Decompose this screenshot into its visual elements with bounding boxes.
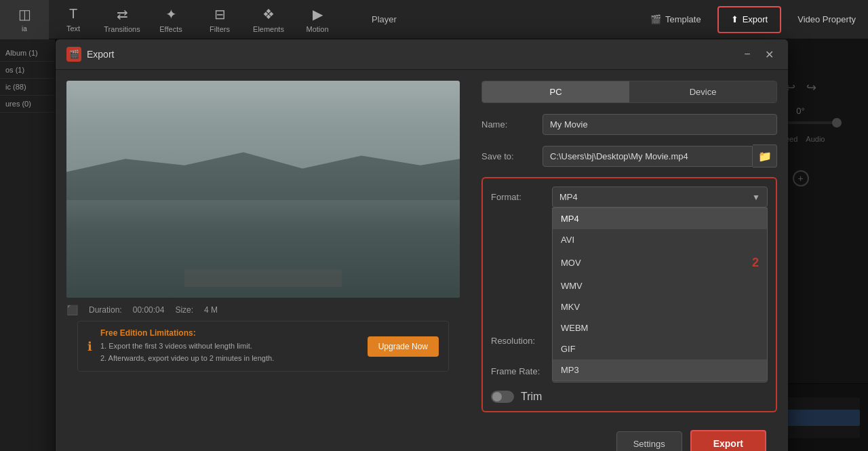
toolbar-item-filters[interactable]: ⊟ Filters — [195, 0, 244, 39]
dropdown-item-webm[interactable]: WEBM — [553, 317, 767, 338]
elements-icon: ❖ — [262, 6, 275, 22]
format-select-wrapper: MP4 ▼ MP4 AVI MOV 2 — [552, 187, 768, 208]
number-badge: 2 — [752, 256, 759, 270]
export-icon: ⬆ — [731, 14, 738, 24]
sidebar-item-os[interactable]: os (1) — [0, 62, 55, 79]
transitions-label: Transitions — [104, 25, 140, 33]
motion-icon: ▶ — [313, 6, 323, 22]
dialog-title: Export — [87, 49, 739, 60]
video-placeholder — [66, 81, 460, 298]
toggle-knob — [492, 392, 502, 401]
format-row: Format: MP4 ▼ MP4 AVI — [491, 187, 768, 208]
video-info: ⬛ Duration: 00:00:04 Size: 4 M — [66, 305, 460, 315]
saveto-row: Save to: 📁 — [481, 144, 777, 168]
export-main-button[interactable]: Export — [690, 430, 766, 451]
toolbar-item-effects[interactable]: ✦ Effects — [146, 0, 195, 39]
dropdown-item-mkv[interactable]: MKV — [553, 296, 767, 317]
dialog-icon: 🎬 — [66, 47, 81, 62]
info-bar-text-block: Free Edition Limitations: 1. Export the … — [100, 328, 274, 364]
export-top-button[interactable]: ⬆ Export — [717, 6, 782, 33]
template-icon: 🎬 — [650, 14, 661, 24]
dialog-body: ⬛ Duration: 00:00:04 Size: 4 M ℹ Free Ed… — [56, 70, 788, 451]
duration-value: 00:00:04 — [133, 305, 165, 315]
media-label: ia — [22, 25, 27, 33]
tab-device[interactable]: Device — [629, 81, 776, 102]
dropdown-item-mov[interactable]: MOV 2 — [553, 250, 767, 275]
toolbar-item-text[interactable]: T Text — [49, 0, 98, 39]
dropdown-item-avi[interactable]: AVI — [553, 229, 767, 250]
resolution-label: Resolution: — [491, 336, 552, 346]
free-edition-line2: 2. Afterwards, export video up to 2 minu… — [100, 353, 274, 365]
toolbar-item-transitions[interactable]: ⇄ Transitions — [98, 0, 146, 39]
chevron-down-icon: ▼ — [752, 193, 760, 202]
format-selected-value: MP4 — [559, 192, 578, 202]
name-row: Name: — [481, 114, 777, 135]
media-icon: ◫ — [18, 6, 31, 22]
left-sidebar: Album (1) os (1) ic (88) ures (0) — [0, 39, 56, 451]
info-icon: ⬛ — [66, 305, 78, 315]
saveto-input[interactable] — [542, 146, 753, 167]
free-edition-title: Free Edition Limitations: — [100, 328, 274, 338]
transitions-icon: ⇄ — [117, 6, 128, 22]
toolbar-item-media[interactable]: ◫ ia — [0, 0, 49, 39]
effects-icon: ✦ — [165, 6, 177, 22]
dropdown-item-mp4[interactable]: MP4 — [553, 208, 767, 229]
format-label: Format: — [491, 192, 552, 202]
video-property-button[interactable]: Video Property — [785, 0, 868, 39]
modal-overlay: 🎬 Export − ✕ — [56, 39, 868, 451]
dialog-footer: Settings Export — [481, 422, 777, 451]
info-bar-content: ℹ Free Edition Limitations: 1. Export th… — [87, 328, 439, 364]
toolbar-item-elements[interactable]: ❖ Elements — [244, 0, 293, 39]
settings-button[interactable]: Settings — [616, 431, 682, 452]
name-label: Name: — [481, 119, 542, 130]
template-button[interactable]: 🎬 Template — [638, 0, 713, 39]
saveto-label: Save to: — [481, 151, 542, 161]
duration-label: Duration: — [89, 305, 122, 315]
toolbar-item-motion[interactable]: ▶ Motion — [293, 0, 342, 39]
format-section: Format: MP4 ▼ MP4 AVI — [481, 177, 777, 412]
toolbar-left: ◫ ia T Text ⇄ Transitions ✦ Effects ⊟ Fi… — [0, 0, 342, 39]
player-label: Player — [358, 14, 410, 24]
free-edition-line1: 1. Export the first 3 videos without len… — [100, 340, 274, 353]
effects-label: Effects — [159, 25, 182, 33]
trim-toggle[interactable] — [491, 391, 514, 403]
minimize-button[interactable]: − — [739, 46, 755, 62]
info-bar-icon: ℹ — [87, 339, 92, 354]
dropdown-item-mp3[interactable]: MP3 — [553, 359, 767, 380]
tab-pc[interactable]: PC — [482, 81, 629, 102]
format-select-display[interactable]: MP4 ▼ — [552, 187, 768, 208]
video-preview — [66, 81, 460, 298]
dialog-title-bar: 🎬 Export − ✕ — [56, 39, 788, 70]
tab-row: PC Device — [481, 81, 777, 103]
trim-row: Trim — [491, 391, 768, 403]
elements-label: Elements — [253, 25, 284, 33]
upgrade-button[interactable]: Upgrade Now — [368, 336, 439, 357]
filters-icon: ⊟ — [214, 6, 226, 22]
export-dialog: 🎬 Export − ✕ — [56, 39, 788, 451]
preview-section: ⬛ Duration: 00:00:04 Size: 4 M ℹ Free Ed… — [56, 70, 471, 451]
name-input[interactable] — [542, 114, 777, 135]
size-label: Size: — [175, 305, 193, 315]
sidebar-item-ures[interactable]: ures (0) — [0, 96, 55, 113]
main-area: Album (1) os (1) ic (88) ures (0) ↩ ↪ 0°… — [0, 39, 868, 451]
filters-label: Filters — [210, 25, 230, 33]
motion-label: Motion — [306, 25, 328, 33]
dropdown-item-gif[interactable]: GIF — [553, 338, 767, 359]
dialog-controls: − ✕ — [739, 46, 777, 62]
toolbar-right: 🎬 Template ⬆ Export Video Property — [638, 0, 868, 39]
sidebar-item-album[interactable]: Album (1) — [0, 45, 55, 62]
close-button[interactable]: ✕ — [761, 46, 777, 62]
free-edition-bar: ℹ Free Edition Limitations: 1. Export th… — [77, 321, 449, 372]
browse-button[interactable]: 📁 — [753, 144, 777, 168]
trim-label: Trim — [521, 391, 542, 403]
top-toolbar: ◫ ia T Text ⇄ Transitions ✦ Effects ⊟ Fi… — [0, 0, 868, 39]
road-layer — [184, 269, 342, 287]
text-icon: T — [69, 6, 77, 22]
framerate-label: Frame Rate: — [491, 366, 552, 376]
sidebar-item-ic[interactable]: ic (88) — [0, 79, 55, 96]
dialog-icon-text: 🎬 — [69, 50, 79, 59]
dropdown-item-wmv[interactable]: WMV — [553, 275, 767, 296]
text-label: Text — [66, 24, 80, 33]
size-value: 4 M — [204, 305, 218, 315]
settings-section: PC Device Name: Save to: 📁 — [471, 70, 788, 451]
